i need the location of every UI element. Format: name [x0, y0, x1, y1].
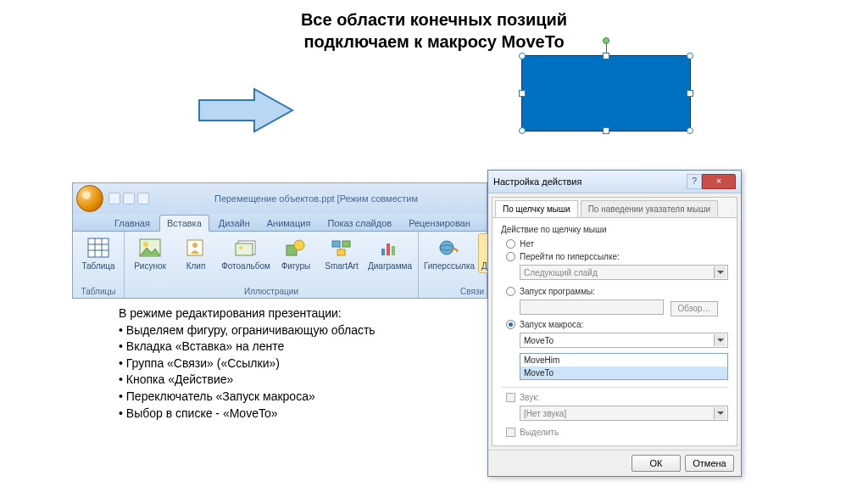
office-button[interactable] — [76, 185, 103, 212]
radio-none[interactable] — [506, 239, 515, 249]
ribbon-groups: Таблица Таблицы Рисунок Клип Фотоальбом … — [73, 232, 487, 298]
clip-icon — [183, 236, 209, 260]
resize-handle-tm[interactable] — [603, 53, 609, 59]
illustrations-group-label: Иллюстрации — [244, 286, 298, 298]
svg-rect-20 — [387, 244, 390, 255]
radio-hyperlink-label: Перейти по гиперссылке: — [520, 252, 620, 261]
arrow-shape — [195, 85, 297, 139]
radio-macro[interactable] — [506, 320, 515, 329]
tab-on-hover[interactable]: По наведении указателя мыши — [581, 200, 718, 218]
dialog-title-text: Настройка действия — [493, 176, 581, 187]
sound-checkbox[interactable] — [506, 393, 515, 402]
chart-label: Диаграмма — [368, 261, 412, 271]
ok-button[interactable]: ОК — [632, 455, 681, 472]
resize-handle-bl[interactable] — [519, 127, 526, 134]
chevron-down-icon — [714, 407, 726, 419]
svg-rect-19 — [381, 249, 385, 255]
resize-handle-br[interactable] — [687, 127, 693, 134]
shapes-icon — [283, 236, 309, 260]
resize-handle-ml[interactable] — [519, 90, 526, 97]
sound-checkbox-row[interactable]: Звук: — [501, 391, 728, 404]
smartart-icon — [329, 236, 354, 260]
browse-button[interactable]: Обзор… — [670, 301, 718, 316]
macro-option-movehim[interactable]: MoveHim — [520, 354, 727, 367]
links-group-label: Связи — [460, 286, 484, 298]
resize-handle-tl[interactable] — [519, 53, 526, 59]
resize-handle-bm[interactable] — [603, 127, 609, 134]
resize-handle-tr[interactable] — [687, 53, 693, 59]
tab-home[interactable]: Главная — [107, 215, 158, 232]
hyperlink-value: Следующий слайд — [524, 268, 598, 277]
hyperlink-combo[interactable]: Следующий слайд — [520, 265, 728, 280]
chevron-down-icon — [714, 334, 726, 346]
tab-on-click[interactable]: По щелчку мыши — [495, 200, 578, 218]
document-title: Перемещение объектов.ppt [Режим совмести… — [149, 193, 483, 204]
qat-save-icon[interactable] — [108, 193, 120, 204]
hyperlink-button[interactable]: Гиперссылка — [422, 233, 476, 273]
album-label: Фотоальбом — [221, 261, 270, 271]
help-button[interactable]: ? — [687, 174, 702, 189]
picture-button[interactable]: Рисунок — [128, 233, 172, 273]
action-group-label: Действие по щелчку мыши — [501, 225, 728, 234]
shapes-button[interactable]: Фигуры — [274, 233, 318, 273]
highlight-label: Выделить — [520, 428, 559, 437]
highlight-checkbox-row[interactable]: Выделить — [501, 426, 728, 439]
dialog-tabs: По щелчку мыши По наведении указателя мы… — [492, 198, 737, 218]
radio-hyperlink[interactable] — [506, 252, 515, 261]
rotation-handle[interactable] — [603, 37, 609, 44]
tab-review[interactable]: Рецензирован — [401, 215, 478, 232]
svg-point-14 — [294, 240, 304, 250]
cancel-button[interactable]: Отмена — [685, 455, 734, 472]
picture-icon — [137, 236, 163, 260]
close-button[interactable]: × — [702, 174, 736, 189]
radio-program[interactable] — [506, 287, 515, 296]
svg-point-12 — [239, 246, 242, 249]
album-icon — [233, 236, 259, 260]
ribbon-window: Перемещение объектов.ppt [Режим совмести… — [72, 182, 487, 299]
highlight-checkbox[interactable] — [506, 428, 515, 437]
radio-program-row[interactable]: Запуск программы: — [501, 285, 728, 298]
tables-group-label: Таблицы — [81, 286, 116, 298]
dialog-body: По щелчку мыши По наведении указателя мы… — [492, 197, 737, 446]
svg-rect-17 — [337, 249, 345, 255]
dialog-titlebar[interactable]: Настройка действия ? × — [488, 171, 741, 193]
hyperlink-label: Гиперссылка — [424, 261, 475, 271]
rotation-connector — [606, 44, 607, 53]
sound-label: Звук: — [520, 393, 539, 402]
title-bar: Перемещение объектов.ppt [Режим совмести… — [73, 183, 487, 214]
macro-combo[interactable]: MoveTo — [520, 333, 728, 348]
tab-design[interactable]: Дизайн — [211, 215, 258, 232]
qat-undo-icon[interactable] — [123, 193, 135, 204]
title-line2: подключаем к макросу MoveTo — [303, 32, 564, 51]
tab-slideshow[interactable]: Показ слайдов — [320, 215, 399, 232]
tab-insert[interactable]: Вставка — [159, 215, 209, 232]
macro-dropdown-list: MoveHim MoveTo — [520, 353, 728, 380]
action-settings-dialog: Настройка действия ? × По щелчку мыши По… — [487, 170, 742, 477]
qat-redo-icon[interactable] — [137, 193, 149, 204]
title-line1: Все области конечных позиций — [301, 10, 567, 29]
sound-value: [Нет звука] — [524, 409, 566, 418]
program-path-input[interactable] — [520, 299, 664, 315]
ribbon-tabs: Главная Вставка Дизайн Анимация Показ сл… — [73, 214, 487, 232]
radio-macro-row[interactable]: Запуск макроса: — [501, 318, 728, 331]
chevron-down-icon — [714, 266, 726, 278]
svg-rect-16 — [342, 241, 350, 247]
instructions-intro: В режиме редактирования презентации: — [119, 305, 500, 322]
smartart-label: SmartArt — [325, 261, 358, 271]
sound-combo[interactable]: [Нет звука] — [520, 406, 728, 421]
album-button[interactable]: Фотоальбом — [220, 233, 272, 273]
resize-handle-mr[interactable] — [687, 90, 693, 97]
clip-button[interactable]: Клип — [174, 233, 218, 273]
macro-option-moveto[interactable]: MoveTo — [520, 367, 727, 379]
table-button[interactable]: Таблица — [76, 233, 120, 273]
tab-animation[interactable]: Анимация — [259, 215, 319, 232]
radio-none-row[interactable]: Нет — [501, 238, 728, 250]
svg-rect-11 — [236, 244, 253, 255]
svg-point-22 — [440, 241, 453, 255]
chart-button[interactable]: Диаграмма — [365, 233, 415, 273]
instruction-item: Выделяем фигуру, ограничивающую область — [119, 322, 500, 339]
smartart-button[interactable]: SmartArt — [320, 233, 364, 273]
radio-hyperlink-row[interactable]: Перейти по гиперссылке: — [501, 250, 728, 263]
slide-title: Все области конечных позиций подключаем … — [0, 0, 868, 53]
selected-rectangle[interactable] — [521, 55, 691, 132]
